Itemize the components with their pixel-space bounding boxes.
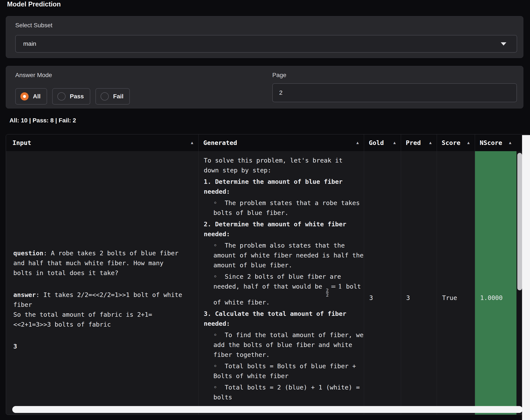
sort-asc-icon: ▲ <box>428 140 432 145</box>
text-block: To solve this problem, let's break itdow… <box>204 155 357 175</box>
answer-mode-label: Answer Mode <box>15 72 52 79</box>
vertical-scrollbar-track[interactable] <box>522 135 530 420</box>
column-header-label: Gold <box>369 139 384 146</box>
text-block: ◦ The problem also states that theamount… <box>204 240 357 270</box>
column-header-gold[interactable]: Gold▲ <box>364 134 401 151</box>
subset-panel: Select Subset main <box>6 16 523 58</box>
bullet-marker: ◦ <box>213 363 225 370</box>
page-input[interactable] <box>272 83 517 102</box>
radio-option-pass[interactable]: Pass <box>52 88 90 105</box>
subset-dropdown[interactable]: main <box>15 35 517 53</box>
radio-option-label: All <box>33 93 41 100</box>
sort-asc-icon: ▲ <box>355 140 360 145</box>
gold-cell: 3 <box>364 151 401 415</box>
list-number-marker: 3. <box>204 310 215 317</box>
column-header-label: NScore <box>480 139 502 146</box>
chevron-down-icon <box>501 42 506 45</box>
radio-option-label: Fail <box>113 93 123 100</box>
table-row: question: A robe takes 2 bolts of blue f… <box>6 151 530 415</box>
page-label: Page <box>272 72 286 79</box>
pred-value: 3 <box>406 293 437 303</box>
sort-asc-icon: ▲ <box>466 140 471 145</box>
text-block: 3. Calculate the total amount of fiberne… <box>204 309 357 329</box>
select-subset-label: Select Subset <box>15 22 52 29</box>
generated-cell: To solve this problem, let's break itdow… <box>199 151 364 415</box>
text-block: ◦ The problem states that a robe takes 2… <box>204 198 357 218</box>
subset-selected-value: main <box>23 35 36 52</box>
column-header-label: Pred <box>406 139 421 146</box>
horizontal-scrollbar-thumb[interactable] <box>12 406 523 413</box>
pred-cell: 3 <box>401 151 437 415</box>
column-header-input[interactable]: Input▲ <box>6 134 199 151</box>
text-block: answer: It takes 2/2=<<2/2=1>>1 bolt of … <box>13 290 190 329</box>
sort-asc-icon: ▲ <box>392 140 397 145</box>
radio-selected-icon <box>20 92 29 100</box>
column-header-label: Generated <box>203 139 237 146</box>
input-cell: question: A robe takes 2 bolts of blue f… <box>6 151 199 415</box>
text-block: ◦ Since 2 bolts of blue fiber areneeded,… <box>204 272 357 307</box>
app-window: Model Prediction Select Subset main Answ… <box>0 0 530 420</box>
nscore-value: 1.0000 <box>480 293 516 303</box>
column-header-score[interactable]: Score▲ <box>437 134 475 151</box>
radio-unselected-icon <box>101 92 109 100</box>
column-header-label: Input <box>13 139 31 146</box>
column-header-generated[interactable]: Generated▲ <box>199 134 364 151</box>
list-number-marker: 1. <box>204 178 215 185</box>
results-table: Input▲Generated▲Gold▲Pred▲Score▲NScore▲ … <box>6 134 530 415</box>
gold-value: 3 <box>369 293 401 303</box>
list-number-marker: 2. <box>204 221 215 228</box>
bullet-marker: ◦ <box>213 384 225 391</box>
text-block: ◦ Total bolts = Bolts of blue fiber +Bol… <box>204 361 357 381</box>
summary-stats: All: 10 | Pass: 8 | Fail: 2 <box>9 117 76 124</box>
math-fraction: 22 = 1 <box>326 283 342 290</box>
controls-panel: Answer Mode AllPassFail Page <box>6 66 523 108</box>
sort-asc-icon: ▲ <box>190 140 194 145</box>
text-block: 3 <box>13 341 190 351</box>
text-block: question: A robe takes 2 bolts of blue f… <box>13 248 190 278</box>
column-header-nscore[interactable]: NScore▲ <box>475 134 516 151</box>
score-value: True <box>442 293 475 303</box>
text-block: 2. Determine the amount of white fiberne… <box>204 219 357 239</box>
answer-mode-group: AllPassFail <box>15 88 130 105</box>
score-cell: True <box>437 151 475 415</box>
radio-option-label: Pass <box>70 93 84 100</box>
column-header-label: Score <box>442 139 460 146</box>
table-header-row: Input▲Generated▲Gold▲Pred▲Score▲NScore▲ <box>6 134 530 151</box>
radio-option-fail[interactable]: Fail <box>95 88 130 105</box>
text-block: ◦ To find the total amount of fiber, wea… <box>204 330 357 360</box>
column-header-pred[interactable]: Pred▲ <box>401 134 437 151</box>
vertical-scrollbar-thumb[interactable] <box>517 153 522 290</box>
radio-option-all[interactable]: All <box>15 88 47 105</box>
bullet-marker: ◦ <box>213 331 225 339</box>
bullet-marker: ◦ <box>213 273 225 280</box>
radio-unselected-icon <box>57 92 66 100</box>
bullet-marker: ◦ <box>213 242 225 249</box>
sort-asc-icon: ▲ <box>508 140 512 145</box>
nscore-cell: 1.0000 <box>475 151 516 415</box>
text-block: ◦ Total bolts = 2 (blue) + 1 (white) = 3… <box>204 382 357 402</box>
bullet-marker: ◦ <box>213 199 225 207</box>
text-block: 1. Determine the amount of blue fibernee… <box>204 177 357 196</box>
page-title: Model Prediction <box>7 0 61 8</box>
